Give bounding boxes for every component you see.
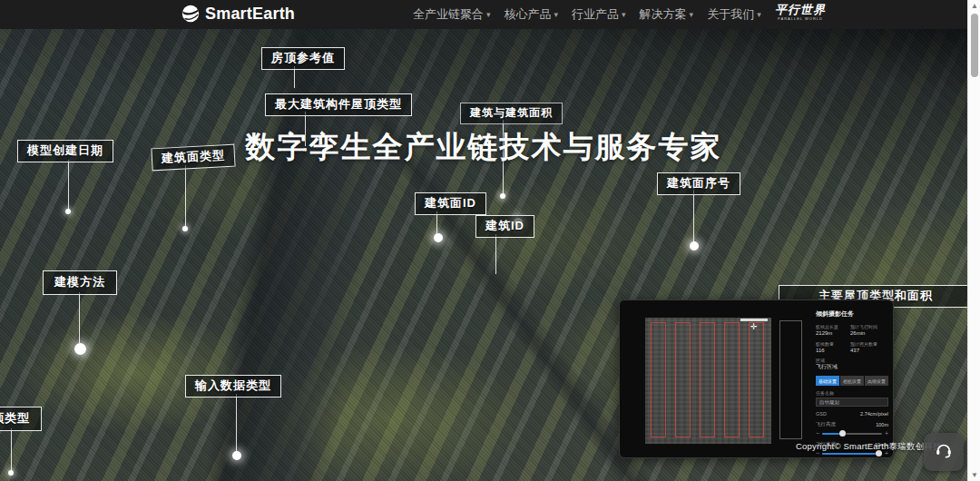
anchor-dot — [65, 209, 71, 214]
callout-model-create-date: 模型创建日期 — [17, 140, 113, 162]
map-ruler — [740, 319, 768, 321]
tab-advanced-settings[interactable]: 高级设置 — [865, 376, 888, 386]
chevron-down-icon: ▾ — [622, 10, 626, 19]
chevron-down-icon: ▾ — [486, 10, 491, 19]
flight-strip — [724, 322, 740, 437]
anchor-dot — [74, 343, 86, 355]
stat-value: 116 — [816, 348, 850, 354]
globe-icon — [181, 4, 201, 24]
mission-settings-sidebar: 倾斜摄影任务 航线总长度 2129m 预计飞行时间 26min 航线数量 116… — [816, 309, 888, 458]
stat-label: 航线总长度 — [816, 324, 850, 330]
leader-line — [11, 428, 12, 470]
brand-name: SmartEarth — [205, 5, 295, 24]
chevron-down-icon: ▾ — [690, 10, 694, 19]
mission-stats: 航线总长度 2129m 预计飞行时间 26min 航线数量 116 预计照片数量… — [816, 324, 888, 354]
stat-label: 区域 — [816, 358, 888, 364]
nav-item-full-chain[interactable]: 全产业链聚合 ▾ — [413, 6, 491, 23]
flight-height-slider: − + — [816, 430, 888, 437]
leader-line — [693, 190, 694, 242]
copyright-text: Copyright© SmartEarth泰瑞数创科技 — [796, 441, 942, 453]
callout-modeling-method: 建模方法 — [43, 270, 117, 295]
slider-thumb[interactable] — [839, 430, 846, 437]
anchor-dot — [690, 241, 699, 250]
stat-value: 437 — [850, 348, 888, 354]
map-crosshair-icon: ✛ — [750, 323, 759, 331]
anchor-dot — [434, 233, 443, 242]
nav-item-solutions[interactable]: 解决方案 ▾ — [640, 6, 694, 23]
leader-line — [236, 394, 237, 451]
callout-building-id: 建筑ID — [475, 215, 534, 238]
leader-line — [495, 234, 496, 274]
callout-face-type: 建筑面类型 — [151, 144, 235, 172]
plus-button[interactable]: + — [885, 430, 888, 437]
slider-value: 100m — [876, 422, 888, 427]
anchor-dot — [182, 226, 188, 231]
callout-building-area: 建筑与建筑面积 — [460, 103, 563, 124]
nav-item-industry-products[interactable]: 行业产品 ▾ — [572, 6, 626, 23]
scroll-up-icon[interactable]: ▲ — [968, 0, 980, 12]
customer-service-icon — [934, 440, 954, 464]
flight-strip — [675, 322, 691, 437]
gsd-label: GSD — [816, 411, 827, 417]
callout-roof-reference: 房顶参考值 — [261, 47, 345, 70]
gsd-value: 2.74cm/pixel — [860, 411, 888, 417]
panel-title: 倾斜摄影任务 — [816, 309, 888, 319]
scroll-down-icon[interactable]: ▼ — [968, 469, 980, 481]
nav-item-about-us[interactable]: 关于我们 ▾ — [707, 6, 761, 23]
parallel-world-logo[interactable]: 平行世界 PARALLEL WORLD — [768, 3, 833, 21]
gsd-row: GSD 2.74cm/pixel — [816, 411, 888, 417]
leader-line — [185, 165, 186, 227]
flight-strip — [749, 322, 764, 437]
stat-value: 2129m — [816, 330, 850, 337]
main-menu: 全产业链聚合 ▾ 核心产品 ▾ 行业产品 ▾ 解决方案 ▾ 关于我们 ▾ — [413, 0, 761, 29]
stat-value: 飞行区域 — [816, 364, 888, 370]
hero-title: 数字孪生全产业链技术与服务专家 — [0, 127, 967, 168]
flight-strip — [700, 322, 715, 437]
page: SmartEarth 全产业链聚合 ▾ 核心产品 ▾ 行业产品 ▾ 解决方案 ▾… — [0, 0, 980, 481]
top-nav: SmartEarth 全产业链聚合 ▾ 核心产品 ▾ 行业产品 ▾ 解决方案 ▾… — [0, 0, 967, 29]
anchor-dot — [232, 451, 241, 460]
selection-outline — [779, 320, 802, 439]
callout-input-data-type: 输入数据类型 — [185, 375, 281, 398]
scrollbar[interactable]: ▲ ▼ — [967, 0, 980, 481]
callout-max-roof-type: 最大建筑构件屋顶类型 — [265, 93, 412, 116]
anchor-dot — [8, 470, 14, 476]
stat-value: 26min — [850, 330, 888, 337]
callout-face-number: 建筑面序号 — [657, 172, 740, 195]
callout-face-id: 建筑面ID — [415, 192, 486, 215]
callout-roof-type-partial: 顶类型 — [0, 407, 42, 431]
stat-label: 预计照片数量 — [850, 341, 888, 348]
slider-track[interactable] — [822, 433, 882, 435]
task-name-input[interactable]: 自动规划 — [816, 398, 888, 407]
task-name-label: 任务名称 — [816, 390, 888, 396]
nav-item-core-products[interactable]: 核心产品 ▾ — [505, 6, 559, 23]
scrollbar-thumb[interactable] — [971, 14, 978, 77]
flight-mission-panel: ✛ 倾斜摄影任务 航线总长度 2129m 预计飞行时间 26min 航线数量 1… — [619, 299, 894, 458]
slider-label: 飞行高度 — [816, 421, 836, 427]
leader-line — [79, 292, 80, 343]
settings-tabs: 基础设置 相机设置 高级设置 — [816, 376, 888, 386]
chevron-down-icon: ▾ — [554, 10, 559, 19]
flight-strip — [651, 322, 666, 437]
anchor-dot — [500, 193, 505, 199]
tab-camera-settings[interactable]: 相机设置 — [840, 376, 864, 386]
slider-fill — [822, 433, 840, 435]
minus-button[interactable]: − — [816, 430, 819, 437]
flight-height-row: 飞行高度 100m — [816, 421, 888, 427]
brand-logo[interactable]: SmartEarth — [181, 4, 295, 24]
stat-label: 航线数量 — [816, 341, 850, 348]
chevron-down-icon: ▾ — [757, 10, 761, 19]
tab-basic-settings[interactable]: 基础设置 — [816, 376, 839, 386]
support-chat-button[interactable] — [924, 433, 964, 471]
stat-label: 预计飞行时间 — [850, 324, 888, 330]
mission-map-preview[interactable]: ✛ — [645, 318, 771, 444]
